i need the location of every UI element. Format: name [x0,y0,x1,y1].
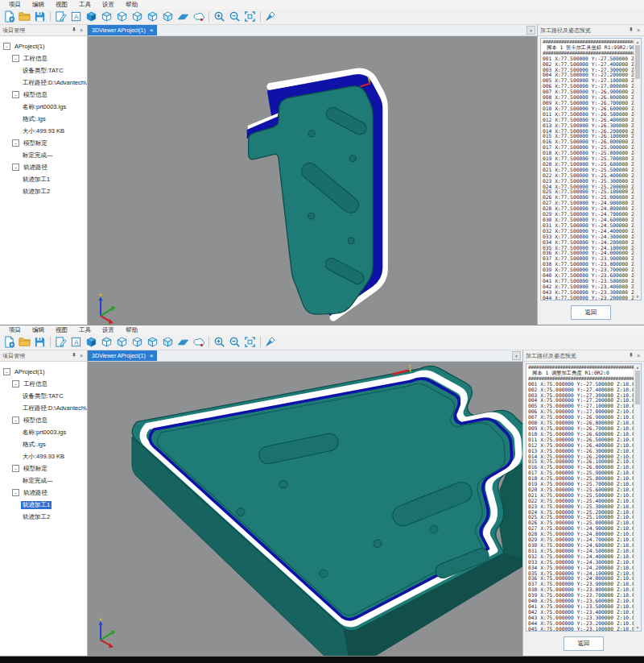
viewport-3d-iso[interactable] [88,362,522,656]
tree-item[interactable]: 轨迹加工1 [0,499,87,511]
expander-icon[interactable]: - [12,55,19,62]
save-icon[interactable] [32,10,47,23]
clear-scene-icon[interactable] [263,335,279,349]
view-top-icon[interactable] [145,335,160,349]
expander-icon[interactable]: - [12,139,19,147]
tree-item[interactable]: -工程信息 [0,378,87,390]
close-icon[interactable]: × [78,353,85,358]
tree-item[interactable]: 工程路径:D:\Advantech\AST [0,402,87,414]
pin-icon[interactable] [627,352,635,359]
new-file-icon[interactable] [2,335,17,349]
scroll-down-icon[interactable]: ▼ [634,624,641,631]
render-style-icon[interactable] [191,10,206,23]
tree-item[interactable]: -工程信息 [0,52,87,64]
view-shaded-icon[interactable] [84,335,99,349]
save-icon[interactable] [32,335,47,349]
view-iso-icon[interactable] [99,335,114,349]
tree-item[interactable]: 轨迹加工2 [0,185,87,197]
scroll-thumb[interactable] [635,45,640,79]
list-scrollbar[interactable]: ▲ ▼ [634,364,641,631]
tab-close-icon[interactable]: × [150,353,154,359]
tree-item[interactable]: 设备类型:TATC [0,64,87,77]
new-file-icon[interactable] [2,10,17,23]
tree-item[interactable]: -模型标定 [0,462,87,474]
tree-item[interactable]: 轨迹加工2 [0,511,87,523]
tree-item[interactable]: -模型信息 [0,89,87,101]
scroll-thumb[interactable] [635,371,640,404]
tree-item[interactable]: -轨迹路径 [0,161,87,173]
view-front-icon[interactable]: A [68,335,84,349]
expander-icon[interactable]: - [12,164,19,171]
tab-3dviewer[interactable]: 3DViewer AProject(1) × [88,25,157,35]
menu-settings[interactable]: 设置 [97,1,120,9]
tree-item[interactable]: -AProject(1) [0,366,87,378]
menu-tools[interactable]: 工具 [73,1,97,9]
view-plane-icon[interactable] [175,335,191,349]
tab-list-button[interactable]: ▾ [526,26,535,35]
pin-icon[interactable] [70,352,78,359]
close-icon[interactable]: × [635,27,642,33]
view-right-icon[interactable] [130,335,145,349]
zoom-out-icon[interactable] [227,335,242,349]
view-iso-icon[interactable] [99,10,114,23]
view-bottom-icon[interactable] [160,10,175,23]
back-button[interactable]: 返回 [571,305,611,320]
tab-list-button[interactable]: ▾ [512,351,521,360]
pin-icon[interactable] [70,27,78,34]
expander-icon[interactable]: - [3,368,10,375]
menu-help[interactable]: 帮助 [120,1,143,9]
tree-item[interactable]: 格式:.igs [0,438,87,450]
open-folder-icon[interactable] [17,10,32,23]
tree-item[interactable]: 大小:499.93 KB [0,125,87,137]
expander-icon[interactable]: - [12,91,19,98]
menu-help[interactable]: 帮助 [120,326,143,334]
close-icon[interactable]: × [78,27,85,33]
tree-item[interactable]: 名称:prt0003.igs [0,426,87,438]
open-folder-icon[interactable] [17,335,32,349]
fit-view-icon[interactable] [242,335,258,349]
zoom-in-icon[interactable] [212,335,227,349]
tree-item[interactable]: 工程路径:D:\Advantech\AST [0,77,87,89]
menu-view[interactable]: 视图 [50,1,73,9]
scroll-down-icon[interactable]: ▼ [634,293,641,300]
edit-model-icon[interactable] [53,10,68,23]
zoom-out-icon[interactable] [227,10,242,23]
tree-item[interactable]: -AProject(1) [0,40,87,52]
expander-icon[interactable]: - [12,416,19,424]
menu-project[interactable]: 项目 [3,1,27,9]
scroll-up-icon[interactable]: ▲ [634,364,641,371]
menu-edit[interactable]: 编辑 [27,326,50,334]
view-shaded-icon[interactable] [84,10,99,23]
expander-icon[interactable]: - [12,465,19,472]
zoom-in-icon[interactable] [212,10,227,23]
menu-edit[interactable]: 编辑 [27,1,50,9]
view-front-icon[interactable]: A [68,10,84,23]
tree-item[interactable]: -模型标定 [0,137,87,149]
tab-close-icon[interactable]: × [150,27,154,34]
view-top-icon[interactable] [145,10,160,23]
viewport-3d-front[interactable] [88,36,537,325]
menu-project[interactable]: 项目 [3,326,27,334]
menu-tools[interactable]: 工具 [73,326,97,334]
edit-model-icon[interactable] [53,335,68,349]
back-button[interactable]: 返回 [564,636,604,651]
view-left-icon[interactable] [114,335,130,349]
tree-item[interactable]: 标定完成— [0,474,87,487]
render-style-icon[interactable] [191,335,206,349]
view-bottom-icon[interactable] [160,335,175,349]
menu-settings[interactable]: 设置 [97,326,120,334]
view-plane-icon[interactable] [175,10,191,23]
close-icon[interactable]: × [635,353,642,358]
tree-item[interactable]: 名称:prt0003.igs [0,101,87,113]
fit-view-icon[interactable] [242,10,258,23]
tree-item[interactable]: -模型信息 [0,414,87,426]
scroll-up-icon[interactable]: ▲ [634,39,641,45]
clear-scene-icon[interactable] [263,10,279,23]
tree-item[interactable]: 标定完成— [0,149,87,161]
expander-icon[interactable]: - [12,380,19,387]
view-right-icon[interactable] [130,10,145,23]
pin-icon[interactable] [627,27,635,34]
tree-item[interactable]: 设备类型:TATC [0,390,87,402]
menu-view[interactable]: 视图 [50,326,73,334]
tree-item[interactable]: -轨迹路径 [0,487,87,499]
